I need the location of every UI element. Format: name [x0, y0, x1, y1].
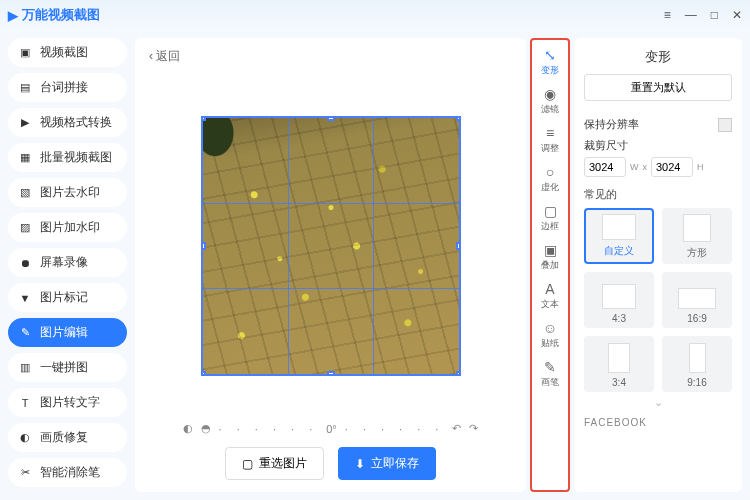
content-area: ‹ 返回 ◐ ◓ · · · · · · 0°	[135, 38, 526, 492]
convert-icon: ▶	[18, 116, 32, 130]
crop-handle-br[interactable]	[456, 371, 461, 376]
transform-icon: ⤡	[544, 48, 556, 62]
crop-grid-line	[203, 203, 459, 204]
window-controls: ≡ — □ ✕	[664, 8, 742, 22]
sidebar-item-subtitle-splice[interactable]: ▤台词拼接	[8, 73, 127, 102]
reselect-button[interactable]: ▢重选图片	[225, 447, 324, 480]
erase-icon: ✂	[18, 466, 32, 480]
w-label: W	[630, 162, 639, 172]
tool-overlay[interactable]: ▣叠加	[532, 239, 568, 276]
canvas-wrap	[135, 75, 526, 416]
crop-handle-tr[interactable]	[456, 116, 461, 121]
preset-square[interactable]: 方形	[662, 208, 732, 264]
app-logo: ▶ 万能视频截图	[8, 6, 100, 24]
keep-ratio-label: 保持分辨率	[584, 117, 639, 132]
image-icon: ▢	[242, 457, 253, 471]
h-label: H	[697, 162, 704, 172]
titlebar: ▶ 万能视频截图 ≡ — □ ✕	[0, 0, 750, 30]
preset-9-16[interactable]: 9:16	[662, 336, 732, 392]
subtitle-icon: ▤	[18, 81, 32, 95]
tool-filter[interactable]: ◉滤镜	[532, 83, 568, 120]
sidebar-item-video-screenshot[interactable]: ▣视频截图	[8, 38, 127, 67]
sidebar-item-remove-watermark[interactable]: ▧图片去水印	[8, 178, 127, 207]
properties-panel: 变形 重置为默认 保持分辨率 裁剪尺寸 W x H 常见的 自定义 方形 4:3…	[574, 38, 742, 492]
text-icon: A	[545, 282, 554, 296]
preset-3-4[interactable]: 3:4	[584, 336, 654, 392]
app-title: 万能视频截图	[22, 6, 100, 24]
image-content	[203, 118, 243, 168]
sidebar-item-ocr[interactable]: T图片转文字	[8, 388, 127, 417]
crop-handle-bl[interactable]	[201, 371, 206, 376]
minimize-button[interactable]: —	[685, 8, 697, 22]
tool-transform[interactable]: ⤡变形	[532, 44, 568, 81]
logo-icon: ▶	[8, 8, 18, 23]
blur-icon: ○	[546, 165, 554, 179]
rotate-cw-icon[interactable]: ↷	[469, 422, 478, 435]
batch-icon: ▦	[18, 151, 32, 165]
rotate-ccw-icon[interactable]: ↶	[452, 422, 461, 435]
image-canvas[interactable]	[201, 116, 461, 376]
add-wm-icon: ▨	[18, 221, 32, 235]
sidebar: ▣视频截图 ▤台词拼接 ▶视频格式转换 ▦批量视频截图 ▧图片去水印 ▨图片加水…	[0, 30, 135, 500]
tool-text[interactable]: A文本	[532, 278, 568, 315]
height-input[interactable]	[651, 157, 693, 177]
save-icon: ⬇	[355, 457, 365, 471]
sticker-icon: ☺	[543, 321, 557, 335]
mark-icon: ▼	[18, 291, 32, 305]
close-button[interactable]: ✕	[732, 8, 742, 22]
x-label: x	[643, 162, 648, 172]
sidebar-item-video-convert[interactable]: ▶视频格式转换	[8, 108, 127, 137]
sidebar-item-image-edit[interactable]: ✎图片编辑	[8, 318, 127, 347]
crop-handle-tl[interactable]	[201, 116, 206, 121]
adjust-icon: ≡	[546, 126, 554, 140]
rotation-bar: ◐ ◓ · · · · · · 0° · · · · · · ↶ ↷	[135, 416, 526, 439]
sidebar-item-screen-record[interactable]: ⏺屏幕录像	[8, 248, 127, 277]
action-row: ▢重选图片 ⬇立即保存	[135, 439, 526, 492]
sidebar-item-add-watermark[interactable]: ▨图片加水印	[8, 213, 127, 242]
crop-size-label: 裁剪尺寸	[584, 138, 732, 153]
collage-icon: ▥	[18, 361, 32, 375]
sidebar-item-collage[interactable]: ▥一键拼图	[8, 353, 127, 382]
sidebar-item-image-mark[interactable]: ▼图片标记	[8, 283, 127, 312]
crop-handle-b[interactable]	[327, 371, 335, 376]
tool-blur[interactable]: ○虚化	[532, 161, 568, 198]
brush-icon: ✎	[544, 360, 556, 374]
save-button[interactable]: ⬇立即保存	[338, 447, 436, 480]
crop-handle-l[interactable]	[201, 242, 206, 250]
preset-custom[interactable]: 自定义	[584, 208, 654, 264]
filter-icon: ◉	[544, 87, 556, 101]
rotation-slider-right[interactable]: · · · · · ·	[345, 423, 445, 435]
crop-grid-line	[203, 288, 459, 289]
rotation-slider-left[interactable]: · · · · · ·	[219, 423, 319, 435]
remove-wm-icon: ▧	[18, 186, 32, 200]
keep-ratio-checkbox[interactable]	[718, 118, 732, 132]
maximize-button[interactable]: □	[711, 8, 718, 22]
tool-brush[interactable]: ✎画笔	[532, 356, 568, 393]
facebook-section-label: FACEBOOK	[584, 417, 732, 428]
crop-handle-r[interactable]	[456, 242, 461, 250]
preset-16-9[interactable]: 16:9	[662, 272, 732, 328]
sidebar-item-quality-repair[interactable]: ◐画质修复	[8, 423, 127, 452]
common-label: 常见的	[584, 187, 732, 202]
crop-handle-t[interactable]	[327, 116, 335, 121]
back-button[interactable]: ‹ 返回	[135, 38, 526, 75]
crop-grid-line	[373, 118, 374, 374]
menu-button[interactable]: ≡	[664, 8, 671, 22]
scroll-down-icon[interactable]: ⌄	[584, 396, 732, 409]
width-input[interactable]	[584, 157, 626, 177]
reset-button[interactable]: 重置为默认	[584, 74, 732, 101]
flip-h-icon[interactable]: ◐	[183, 422, 193, 435]
crop-grid-line	[288, 118, 289, 374]
video-screenshot-icon: ▣	[18, 46, 32, 60]
sidebar-item-batch-screenshot[interactable]: ▦批量视频截图	[8, 143, 127, 172]
tool-border[interactable]: ▢边框	[532, 200, 568, 237]
tool-sticker[interactable]: ☺贴纸	[532, 317, 568, 354]
border-icon: ▢	[544, 204, 557, 218]
sidebar-item-smart-erase[interactable]: ✂智能消除笔	[8, 458, 127, 487]
flip-v-icon[interactable]: ◓	[201, 422, 211, 435]
preset-4-3[interactable]: 4:3	[584, 272, 654, 328]
tool-adjust[interactable]: ≡调整	[532, 122, 568, 159]
dimension-inputs: W x H	[584, 157, 732, 177]
overlay-icon: ▣	[544, 243, 557, 257]
rotation-value: 0°	[326, 423, 337, 435]
